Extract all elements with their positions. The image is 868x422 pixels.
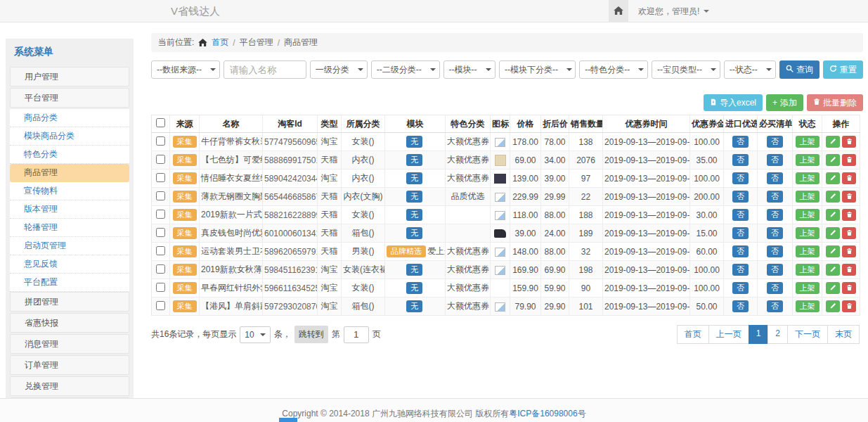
icp-link[interactable]: 粤ICP备16098006号 (509, 409, 585, 418)
edit-button[interactable] (826, 264, 840, 276)
must-buy-toggle[interactable]: 否 (767, 227, 783, 239)
import-select-toggle[interactable]: 否 (732, 264, 749, 276)
status-badge[interactable]: 上架 (796, 191, 820, 203)
filter-select[interactable]: 一级分类 (310, 60, 368, 79)
sidebar-item[interactable]: 版本管理 (10, 200, 129, 219)
sidebar-item[interactable]: 模块商品分类 (10, 127, 129, 146)
status-badge[interactable]: 上架 (796, 264, 820, 276)
row-checkbox[interactable] (156, 173, 165, 182)
delete-button[interactable] (842, 300, 856, 312)
filter-select[interactable]: --状态-- (724, 60, 776, 79)
edit-button[interactable] (826, 172, 840, 184)
page-button[interactable]: 上一页 (708, 325, 749, 344)
page-button[interactable]: 首页 (677, 325, 709, 344)
import-select-toggle[interactable]: 否 (732, 136, 749, 148)
must-buy-toggle[interactable]: 否 (767, 191, 783, 203)
must-buy-toggle[interactable]: 否 (767, 136, 783, 148)
delete-button[interactable] (842, 191, 856, 203)
import-select-toggle[interactable]: 否 (732, 245, 749, 257)
status-badge[interactable]: 上架 (796, 136, 820, 148)
import-select-toggle[interactable]: 否 (732, 172, 749, 184)
add-button[interactable]: + 添加 (766, 94, 803, 111)
delete-button[interactable] (842, 209, 856, 221)
sidebar-item[interactable]: 兑换管理 (10, 376, 129, 396)
batch-delete-button[interactable]: 批量删除 (807, 94, 863, 111)
sidebar-item[interactable]: 启动页管理 (10, 237, 129, 255)
sidebar-item[interactable]: 平台配置 (10, 274, 129, 292)
data-source-select[interactable]: --数据来源-- (151, 60, 220, 79)
edit-button[interactable] (826, 300, 840, 312)
row-checkbox[interactable] (156, 191, 165, 200)
page-button[interactable]: 2 (767, 325, 788, 344)
edit-button[interactable] (826, 154, 840, 166)
row-checkbox[interactable] (156, 264, 165, 274)
import-excel-button[interactable]: 导入excel (704, 94, 763, 111)
sidebar-item[interactable]: 宣传物料 (10, 182, 129, 200)
delete-button[interactable] (842, 245, 856, 257)
filter-select[interactable]: --二级分类-- (371, 60, 440, 79)
must-buy-toggle[interactable]: 否 (767, 282, 783, 294)
must-buy-toggle[interactable]: 否 (767, 264, 783, 276)
must-buy-toggle[interactable]: 否 (767, 172, 783, 184)
status-badge[interactable]: 上架 (796, 227, 820, 239)
status-badge[interactable]: 上架 (796, 172, 820, 184)
page-button[interactable]: 末页 (827, 325, 860, 344)
edit-button[interactable] (826, 282, 840, 294)
status-badge[interactable]: 上架 (796, 245, 820, 257)
row-checkbox[interactable] (156, 136, 165, 146)
page-button[interactable]: 1 (749, 325, 769, 344)
jump-page-input[interactable] (344, 326, 369, 343)
edit-button[interactable] (826, 227, 840, 239)
sidebar-item[interactable]: 意见反馈 (10, 255, 129, 274)
status-badge[interactable]: 上架 (796, 209, 820, 221)
row-checkbox[interactable] (156, 283, 165, 292)
must-buy-toggle[interactable]: 否 (767, 300, 783, 312)
row-checkbox[interactable] (156, 155, 165, 164)
home-button[interactable] (609, 0, 628, 23)
filter-select[interactable]: --模块下分类-- (499, 60, 576, 79)
row-checkbox[interactable] (156, 228, 165, 237)
row-checkbox[interactable] (156, 246, 165, 255)
breadcrumb-home-link[interactable]: 首页 (212, 37, 228, 49)
per-page-select[interactable]: 10 (240, 326, 270, 343)
import-select-toggle[interactable]: 否 (732, 209, 749, 221)
sidebar-item[interactable]: 平台管理 (10, 88, 129, 108)
must-buy-toggle[interactable]: 否 (767, 154, 783, 166)
sidebar-item[interactable]: 商品分类 (10, 109, 129, 127)
import-select-toggle[interactable]: 否 (732, 227, 749, 239)
select-all-checkbox[interactable] (156, 118, 165, 127)
sidebar-item[interactable]: 省惠快报 (10, 313, 129, 333)
reset-button[interactable]: 重置 (823, 60, 863, 79)
delete-button[interactable] (842, 136, 856, 148)
row-checkbox[interactable] (156, 210, 165, 219)
filter-select[interactable]: --特色分类-- (579, 60, 648, 79)
sidebar-item[interactable]: 轮播管理 (10, 219, 129, 237)
delete-button[interactable] (842, 227, 856, 239)
edit-button[interactable] (826, 191, 840, 203)
name-search-input[interactable] (224, 60, 306, 79)
filter-select[interactable]: --宝贝类型-- (652, 60, 720, 79)
sidebar-item[interactable]: 商品管理 (10, 164, 129, 182)
import-select-toggle[interactable]: 否 (732, 300, 749, 312)
row-checkbox[interactable] (156, 301, 165, 310)
status-badge[interactable]: 上架 (796, 154, 820, 166)
search-button[interactable]: 查询 (779, 60, 820, 79)
status-badge[interactable]: 上架 (796, 282, 820, 294)
delete-button[interactable] (842, 264, 856, 276)
delete-button[interactable] (842, 154, 856, 166)
edit-button[interactable] (826, 136, 840, 148)
page-button[interactable]: 下一页 (787, 325, 828, 344)
edit-button[interactable] (826, 245, 840, 257)
sidebar-item[interactable]: 订单管理 (10, 355, 129, 375)
edit-button[interactable] (826, 209, 840, 221)
sidebar-item[interactable]: 特色分类 (10, 146, 129, 164)
filter-select[interactable]: --模块-- (443, 60, 495, 79)
user-menu[interactable]: 欢迎您，管理员! (628, 0, 719, 23)
sidebar-item[interactable]: 消息管理 (10, 334, 129, 354)
import-select-toggle[interactable]: 否 (732, 154, 749, 166)
must-buy-toggle[interactable]: 否 (767, 209, 783, 221)
jump-button[interactable]: 跳转到 (294, 326, 328, 343)
status-badge[interactable]: 上架 (796, 300, 820, 312)
must-buy-toggle[interactable]: 否 (767, 245, 783, 257)
import-select-toggle[interactable]: 否 (732, 191, 749, 203)
